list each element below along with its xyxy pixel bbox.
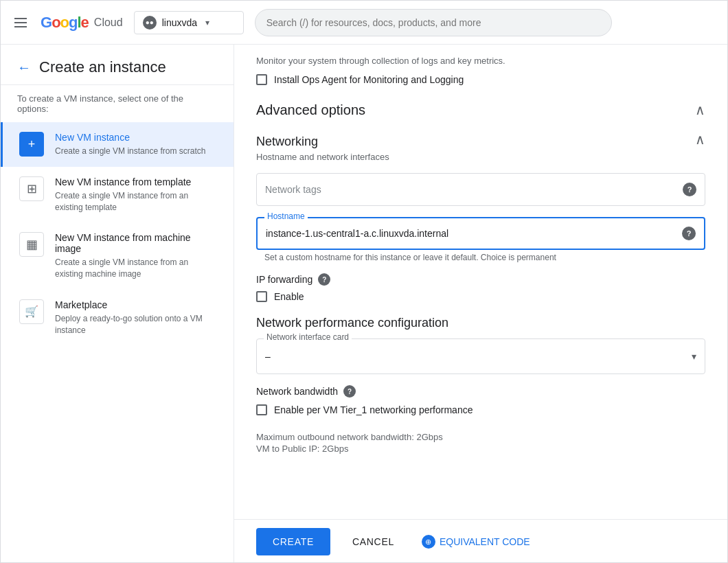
back-arrow-icon[interactable]: ←: [17, 60, 31, 76]
main-content: Monitor your system through collection o…: [234, 45, 727, 563]
header: Google Cloud ●● linuxvda ▾: [1, 1, 727, 45]
monitoring-description: Monitor your system through collection o…: [256, 56, 705, 66]
hostname-input[interactable]: [266, 228, 676, 239]
vm-public-ip-desc: VM to Public IP: 2Gbps: [256, 444, 705, 454]
marketplace-title: Marketplace: [55, 299, 217, 310]
advanced-options-header: Advanced options ∧: [256, 102, 705, 118]
hamburger-menu-icon[interactable]: [12, 15, 30, 30]
networking-title: Networking: [256, 135, 318, 149]
vm-template-title: New VM instance from template: [55, 176, 217, 187]
sidebar-description: To create a VM instance, select one of t…: [1, 85, 234, 122]
vm-template-icon: ⊞: [19, 176, 44, 201]
hostname-help-icon[interactable]: ?: [682, 227, 696, 240]
marketplace-icon: 🛒: [19, 299, 44, 324]
network-perf-title: Network performance configuration: [256, 316, 705, 330]
network-tags-placeholder: Network tags: [265, 184, 321, 195]
tier1-row: Enable per VM Tier_1 networking performa…: [256, 404, 705, 415]
new-vm-title: New VM instance: [55, 132, 217, 143]
machine-image-icon: ▦: [19, 232, 44, 257]
new-vm-icon: +: [19, 132, 44, 157]
hostname-field: Hostname ? Set a custom hostname for thi…: [256, 217, 705, 262]
cloud-text: Cloud: [94, 16, 123, 29]
tier1-checkbox[interactable]: [256, 404, 267, 415]
page-title: Create an instance: [39, 58, 166, 76]
equivalent-code-icon: ⊕: [422, 535, 435, 549]
ip-forwarding-enable-row: Enable: [256, 291, 705, 302]
bottom-bar: CREATE CANCEL ⊕ EQUIVALENT CODE: [234, 519, 727, 563]
network-tags-input-wrapper[interactable]: Network tags ?: [256, 173, 705, 206]
marketplace-desc: Deploy a ready-to-go solution onto a VM …: [55, 313, 217, 336]
sidebar-item-new-vm[interactable]: + New VM instance Create a single VM ins…: [1, 122, 234, 167]
network-interface-select[interactable]: Network interface card – ▾: [256, 338, 705, 374]
ip-forwarding-label: IP forwarding: [256, 274, 312, 285]
networking-collapse-icon[interactable]: ∧: [695, 131, 705, 148]
machine-image-title: New VM instance from machine image: [55, 232, 217, 254]
hostname-field-label: Hostname: [264, 211, 308, 221]
tier1-label: Enable per VM Tier_1 networking performa…: [274, 404, 473, 415]
hostname-input-wrapper[interactable]: Hostname ?: [256, 217, 705, 250]
network-bandwidth-help-icon[interactable]: ?: [343, 385, 356, 398]
ip-forwarding-help-icon[interactable]: ?: [318, 273, 330, 286]
vm-template-desc: Create a single VM instance from an exis…: [55, 190, 217, 214]
google-g-logo: Google: [41, 14, 89, 32]
network-tags-help-icon[interactable]: ?: [683, 183, 696, 196]
project-name: linuxvda: [162, 17, 197, 28]
advanced-options-collapse-icon[interactable]: ∧: [695, 102, 705, 118]
project-selector[interactable]: ●● linuxvda ▾: [134, 11, 244, 34]
ops-agent-row: Install Ops Agent for Monitoring and Log…: [256, 74, 705, 85]
network-interface-dropdown-icon: ▾: [692, 351, 696, 362]
sidebar-item-marketplace[interactable]: 🛒 Marketplace Deploy a ready-to-go solut…: [1, 290, 234, 346]
network-interface-value: –: [265, 351, 271, 362]
network-bandwidth-row: Network bandwidth ?: [256, 385, 705, 398]
cancel-button[interactable]: CANCEL: [336, 528, 411, 555]
sidebar-item-vm-template[interactable]: ⊞ New VM instance from template Create a…: [1, 167, 234, 223]
page-header: ← Create an instance: [1, 45, 234, 85]
ip-forwarding-row: IP forwarding ?: [256, 273, 705, 286]
project-icon: ●●: [143, 16, 157, 30]
ip-forwarding-enable-label: Enable: [274, 291, 304, 302]
equivalent-code-label: EQUIVALENT CODE: [440, 536, 530, 547]
hostname-hint: Set a custom hostname for this instance …: [264, 253, 705, 262]
search-input[interactable]: [255, 9, 612, 36]
networking-desc: Hostname and network interfaces: [256, 152, 705, 162]
network-tags-field: Network tags ?: [256, 173, 705, 206]
new-vm-desc: Create a single VM instance from scratch: [55, 146, 217, 157]
networking-section: Networking ∧ Hostname and network interf…: [256, 129, 705, 454]
google-cloud-logo[interactable]: Google Cloud: [41, 14, 123, 32]
machine-image-desc: Create a single VM instance from an exis…: [55, 257, 217, 280]
sidebar: ← Create an instance To create a VM inst…: [1, 45, 234, 563]
ip-forwarding-checkbox[interactable]: [256, 291, 267, 302]
content-area: Monitor your system through collection o…: [234, 45, 727, 519]
sidebar-item-machine-image[interactable]: ▦ New VM instance from machine image Cre…: [1, 222, 234, 290]
create-button[interactable]: CREATE: [256, 528, 330, 555]
chevron-down-icon: ▾: [205, 18, 209, 27]
page-layout: ← Create an instance To create a VM inst…: [1, 45, 727, 563]
advanced-options-title: Advanced options: [256, 102, 365, 118]
max-outbound-desc: Maximum outbound network bandwidth: 2Gbp…: [256, 432, 705, 442]
network-bandwidth-label: Network bandwidth: [256, 386, 338, 397]
network-interface-label: Network interface card: [264, 332, 352, 342]
equivalent-code-button[interactable]: ⊕ EQUIVALENT CODE: [422, 535, 530, 549]
ops-agent-label: Install Ops Agent for Monitoring and Log…: [274, 74, 464, 85]
ops-agent-checkbox[interactable]: [256, 74, 267, 85]
